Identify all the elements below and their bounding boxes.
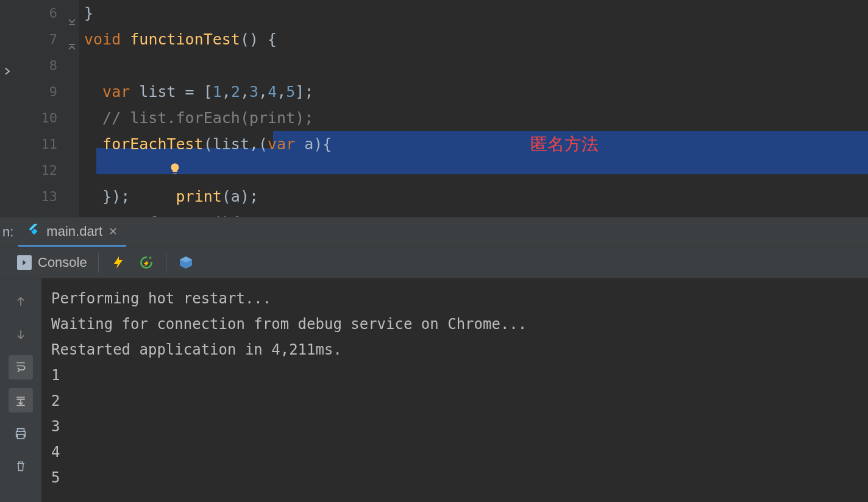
- toolbar-separator: [98, 253, 99, 272]
- code-line[interactable]: });: [79, 183, 868, 210]
- code-line[interactable]: var list = [1,2,3,4,5];: [79, 79, 868, 105]
- run-toolbar: Console: [0, 247, 868, 278]
- console-line: 2: [51, 392, 60, 409]
- console-line: 1: [51, 367, 60, 384]
- line-number-text: 11: [41, 136, 58, 152]
- structure-chevron-icon[interactable]: [2, 66, 12, 79]
- code-token: () {: [240, 30, 277, 48]
- line-number[interactable]: 7: [17, 26, 79, 52]
- scroll-up-button[interactable]: [9, 289, 33, 314]
- line-number[interactable]: 11: [17, 131, 79, 157]
- console-line: Performing hot restart...: [51, 290, 271, 307]
- console-line: 3: [51, 418, 60, 435]
- keyword-token: void: [84, 30, 121, 48]
- code-editor[interactable]: } void functionTest() { var list = [1,2,…: [79, 0, 868, 217]
- console-tab-label: Console: [38, 255, 87, 270]
- code-token: });: [102, 188, 130, 205]
- line-number-text: 6: [49, 5, 57, 21]
- line-number-text: 12: [41, 163, 58, 178]
- code-token: ];: [295, 83, 313, 101]
- console-line: 4: [51, 444, 60, 461]
- line-number-text: 9: [49, 84, 57, 99]
- code-line[interactable]: forEachTest(list,(var a){ 匿名方法: [79, 131, 868, 157]
- console-tab-button[interactable]: Console: [17, 255, 87, 270]
- line-number-text: 13: [41, 189, 58, 204]
- fold-start-icon[interactable]: [67, 35, 77, 44]
- code-token: }: [84, 4, 93, 22]
- code-token: = [: [176, 83, 213, 101]
- editor-area: 6 7 8 9 10 11 12 13 } void functionTest(…: [0, 0, 868, 217]
- fold-end-icon[interactable]: [67, 9, 77, 18]
- code-line-partial: // var func = (){: [79, 210, 868, 217]
- line-number[interactable]: 8: [17, 52, 79, 79]
- scroll-to-end-button[interactable]: [9, 388, 33, 412]
- line-number-gutter: 6 7 8 9 10 11 12 13: [17, 0, 79, 217]
- console-side-toolbar: [0, 278, 41, 502]
- number-token: 5: [286, 83, 295, 101]
- run-prefix-label: n:: [0, 224, 18, 240]
- number-token: 4: [268, 83, 277, 101]
- close-icon[interactable]: ✕: [108, 225, 118, 238]
- console-line: Waiting for connection from debug servic…: [51, 316, 527, 333]
- number-token: 1: [213, 83, 222, 101]
- number-token: 3: [249, 83, 258, 101]
- keyword-token: var: [268, 135, 295, 153]
- console-output[interactable]: Performing hot restart... Waiting for co…: [41, 278, 868, 502]
- hot-reload-button[interactable]: [110, 254, 127, 271]
- line-number[interactable]: 13: [17, 183, 79, 210]
- line-number[interactable]: 10: [17, 105, 79, 131]
- left-gutter-strip: [0, 0, 17, 217]
- identifier-token: list: [139, 83, 176, 101]
- print-button[interactable]: [9, 421, 33, 445]
- comment-token: // list.forEach(print);: [102, 109, 313, 127]
- soft-wrap-button[interactable]: [9, 355, 33, 380]
- console-body: Performing hot restart... Waiting for co…: [0, 278, 868, 502]
- line-number[interactable]: 6: [17, 0, 79, 26]
- line-number-text: 8: [49, 58, 57, 73]
- run-config-label: main.dart: [46, 224, 102, 239]
- console-line: Restarted application in 4,211ms.: [51, 341, 342, 358]
- code-token: a){: [295, 135, 332, 153]
- function-token: functionTest: [130, 30, 240, 48]
- run-panel: n: main.dart ✕ Console: [0, 217, 868, 502]
- run-config-tab[interactable]: main.dart ✕: [18, 217, 126, 247]
- toolbar-separator: [166, 253, 166, 272]
- line-number[interactable]: 9: [17, 79, 79, 105]
- devtools-button[interactable]: [177, 254, 194, 271]
- line-number-text: 10: [41, 110, 58, 125]
- code-line[interactable]: void functionTest() {: [79, 26, 868, 52]
- console-line: 5: [51, 469, 60, 486]
- code-line[interactable]: // list.forEach(print);: [79, 105, 868, 131]
- number-token: 2: [231, 83, 240, 101]
- code-token: (list,: [204, 135, 258, 153]
- flutter-logo-icon: [27, 223, 40, 240]
- line-number[interactable]: 12: [17, 157, 79, 183]
- console-chevron-icon: [17, 255, 32, 270]
- clear-button[interactable]: [9, 454, 33, 478]
- code-line[interactable]: }: [79, 0, 868, 26]
- scroll-down-button[interactable]: [9, 322, 33, 347]
- keyword-token: var: [102, 83, 130, 101]
- code-token: (: [258, 135, 268, 153]
- run-tab-row: n: main.dart ✕: [0, 217, 868, 247]
- hot-restart-button[interactable]: [138, 254, 155, 271]
- line-number-text: 7: [49, 32, 57, 47]
- annotation-label: 匿名方法: [530, 131, 599, 157]
- code-line[interactable]: print(a);: [79, 157, 868, 183]
- code-line[interactable]: [79, 52, 868, 79]
